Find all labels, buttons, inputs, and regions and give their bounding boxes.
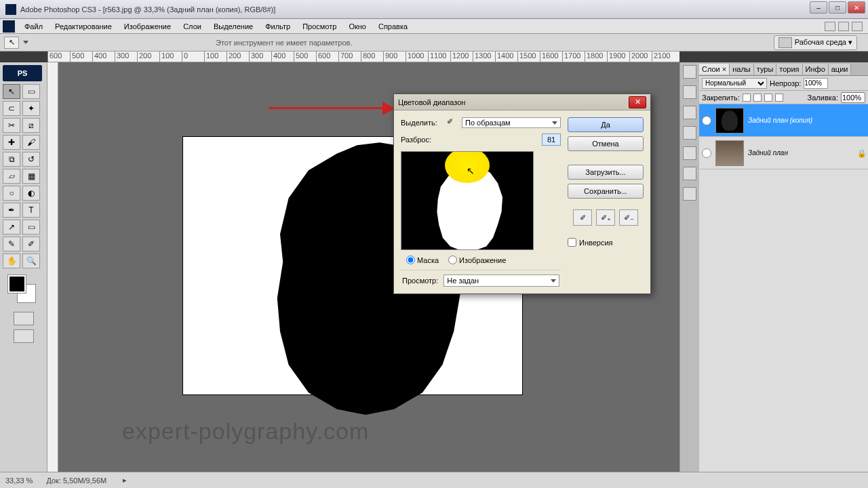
marquee-tool[interactable]: ▭ (22, 84, 40, 99)
status-bar: 33,33 % Док: 5,50M/9,56M ▸ (0, 472, 868, 488)
layer-thumbnail[interactable] (715, 108, 744, 134)
heal-tool[interactable]: ✚ (3, 135, 20, 150)
actions-panel-icon[interactable] (683, 187, 696, 201)
menu-filter[interactable]: Фильтр (260, 21, 296, 32)
lasso-tool[interactable]: ⊂ (3, 101, 20, 116)
lock-transparency-icon[interactable] (743, 94, 751, 102)
tab-paths[interactable]: туры (754, 64, 777, 75)
tab-actions[interactable]: ации (829, 64, 852, 75)
visibility-toggle[interactable] (702, 148, 711, 158)
eyedropper-sample-button[interactable]: ✐ (573, 209, 592, 226)
move-tool[interactable]: ↖ (3, 84, 20, 99)
doc-minimize-button[interactable] (825, 22, 835, 31)
navigator-panel-icon[interactable] (683, 65, 696, 79)
lock-label: Закрепить: (702, 94, 740, 102)
fuzziness-input[interactable] (542, 134, 561, 146)
options-bar: ↖ Этот инструмент не имеет параметров. Р… (0, 34, 868, 52)
gradient-tool[interactable]: ▦ (22, 169, 40, 184)
hand-tool[interactable]: ✋ (3, 253, 20, 268)
dialog-title-text: Цветовой диапазон (398, 98, 465, 106)
lock-all-icon[interactable] (775, 94, 783, 102)
brush-tool[interactable]: 🖌 (22, 135, 40, 150)
selection-preview[interactable]: ↖ (401, 151, 534, 250)
doc-close-button[interactable] (852, 22, 863, 31)
eyedropper-tool[interactable]: ✐ (22, 237, 40, 251)
dodge-tool[interactable]: ◐ (22, 186, 40, 201)
menu-image[interactable]: Изображение (119, 21, 176, 32)
tab-layers[interactable]: Слои × (699, 64, 730, 75)
eraser-tool[interactable]: ▱ (3, 169, 20, 184)
save-button[interactable]: Сохранить... (568, 184, 644, 199)
layer-name[interactable]: Задний план (копия) (748, 117, 812, 124)
dialog-close-button[interactable]: ✕ (629, 96, 646, 108)
tab-channels[interactable]: налы (730, 64, 754, 75)
tab-info[interactable]: Инфо (803, 64, 829, 75)
stamp-tool[interactable]: ⧉ (3, 152, 20, 167)
wand-tool[interactable]: ✦ (22, 101, 40, 116)
fuzziness-label: Разброс: (401, 136, 443, 144)
foreground-color[interactable] (8, 275, 26, 293)
pen-tool[interactable]: ✒ (3, 203, 20, 218)
toolbar-header[interactable]: PS (3, 65, 42, 81)
color-panel-icon[interactable] (683, 85, 696, 99)
path-tool[interactable]: ↗ (3, 220, 20, 235)
watermark-text: expert-polygraphy.com (122, 418, 369, 445)
eyedropper-subtract-button[interactable]: ✐₋ (619, 209, 638, 226)
maximize-button[interactable]: □ (829, 1, 846, 14)
crop-tool[interactable]: ✂ (3, 118, 20, 133)
move-tool-indicator[interactable]: ↖ (4, 37, 19, 49)
menu-edit[interactable]: Редактирование (50, 21, 117, 32)
quick-mask-toggle[interactable] (14, 312, 34, 325)
minimize-button[interactable]: – (810, 1, 827, 14)
close-button[interactable]: ✕ (848, 1, 865, 14)
shape-tool[interactable]: ▭ (22, 220, 40, 235)
menu-help[interactable]: Справка (373, 21, 413, 32)
zoom-level[interactable]: 33,33 % (5, 476, 33, 485)
select-dropdown[interactable]: По образцам (462, 117, 561, 128)
tab-history[interactable]: тория (776, 64, 802, 75)
zoom-tool[interactable]: 🔍 (22, 253, 40, 268)
doc-restore-button[interactable] (838, 22, 849, 31)
layer-name[interactable]: Задний план (748, 149, 788, 157)
lock-pixels-icon[interactable] (753, 94, 762, 102)
layer-row-copy[interactable]: Задний план (копия) (699, 104, 868, 137)
notes-tool[interactable]: ✎ (3, 237, 20, 251)
dialog-titlebar[interactable]: Цветовой диапазон ✕ (394, 94, 650, 110)
lock-position-icon[interactable] (764, 94, 772, 102)
radio-mask[interactable]: Маска (406, 256, 439, 264)
blur-tool[interactable]: ○ (3, 186, 20, 201)
type-tool[interactable]: T (22, 203, 40, 218)
adjustments-panel-icon[interactable] (683, 146, 696, 160)
masks-panel-icon[interactable] (683, 167, 696, 180)
menu-window[interactable]: Окно (343, 21, 372, 32)
color-swatch[interactable] (8, 275, 35, 302)
invert-checkbox[interactable] (568, 238, 576, 247)
blend-mode-select[interactable]: Нормальный (702, 78, 767, 89)
visibility-toggle[interactable] (702, 116, 711, 125)
app-icon (5, 4, 16, 15)
ok-button[interactable]: Да (568, 117, 644, 132)
cancel-button[interactable]: Отмена (568, 136, 644, 151)
ps-menu-icon[interactable] (3, 20, 15, 33)
menu-view[interactable]: Просмотр (297, 21, 342, 32)
preview-dropdown[interactable]: Не задан (443, 274, 559, 287)
radio-image[interactable]: Изображение (448, 256, 506, 264)
menu-select[interactable]: Выделение (208, 21, 258, 32)
slice-tool[interactable]: ⧄ (22, 118, 40, 133)
eyedropper-icon: ✐ (447, 117, 458, 128)
screen-mode-toggle[interactable] (14, 329, 34, 343)
fill-input[interactable] (841, 92, 865, 103)
styles-panel-icon[interactable] (683, 126, 696, 140)
eyedropper-add-button[interactable]: ✐₊ (596, 209, 615, 226)
fill-label: Заливка: (808, 94, 838, 102)
load-button[interactable]: Загрузить... (568, 165, 644, 180)
tool-preset-dropdown[interactable] (23, 41, 28, 44)
layer-thumbnail[interactable] (715, 140, 744, 166)
opacity-input[interactable] (804, 78, 828, 89)
workspace-selector[interactable]: Рабочая среда ▾ (774, 35, 857, 50)
menu-layer[interactable]: Слои (178, 21, 207, 32)
layer-row-background[interactable]: Задний план 🔒 (699, 137, 868, 169)
menu-file[interactable]: Файл (19, 21, 48, 32)
swatches-panel-icon[interactable] (683, 106, 696, 119)
history-brush-tool[interactable]: ↺ (22, 152, 40, 167)
